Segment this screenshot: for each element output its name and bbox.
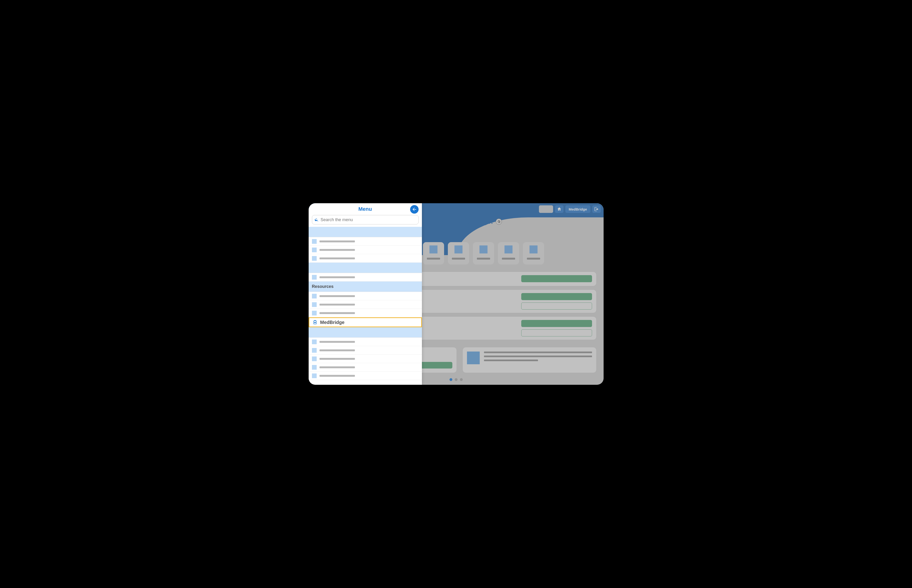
menu-item[interactable]: [309, 237, 422, 246]
menu-item-label-placeholder: [319, 367, 355, 368]
menu-search-wrap: [309, 215, 422, 227]
menu-section-divider: [309, 327, 422, 338]
menu-item-label-placeholder: [319, 341, 355, 343]
menu-item-label-placeholder: [319, 257, 355, 259]
menu-item-label-placeholder: [319, 304, 355, 305]
menu-item-icon: [312, 256, 317, 261]
menu-panel: Menu ResourcesMedBridge: [309, 203, 422, 385]
arrow-left-icon: [412, 207, 417, 212]
menu-header: Menu: [309, 203, 422, 215]
menu-item[interactable]: [309, 372, 422, 380]
menu-section-divider: [309, 263, 422, 273]
menu-item-icon: [312, 302, 317, 307]
menu-item[interactable]: [309, 254, 422, 263]
menu-item[interactable]: [309, 346, 422, 355]
menu-item-icon: [312, 311, 317, 315]
menu-item-medbridge[interactable]: MedBridge: [309, 317, 422, 327]
menu-item-icon: [312, 348, 317, 353]
menu-item[interactable]: [309, 292, 422, 300]
menu-item-icon: [312, 275, 317, 279]
menu-item-label-placeholder: [319, 375, 355, 377]
menu-item-label-placeholder: [319, 358, 355, 360]
menu-item-icon: [312, 365, 317, 370]
menu-item-icon: [312, 239, 317, 244]
menu-item[interactable]: [309, 363, 422, 372]
menu-section-divider: [309, 227, 422, 237]
menu-scroll[interactable]: ResourcesMedBridge: [309, 227, 422, 385]
menu-search-input[interactable]: [321, 217, 416, 222]
menu-item-label-placeholder: [319, 295, 355, 297]
clipboard-heart-icon: [313, 320, 317, 325]
menu-item-label-placeholder: [319, 349, 355, 351]
menu-search-field[interactable]: [312, 215, 419, 225]
menu-item-label-placeholder: [319, 249, 355, 251]
menu-item-icon: [312, 294, 317, 299]
menu-item-label: MedBridge: [320, 320, 345, 325]
menu-item[interactable]: [309, 309, 422, 317]
menu-back-button[interactable]: [410, 205, 419, 213]
menu-item-icon: [312, 373, 317, 378]
menu-item[interactable]: [309, 355, 422, 363]
menu-item[interactable]: [309, 300, 422, 309]
menu-item-icon: [312, 357, 317, 361]
menu-section-header: Resources: [309, 281, 422, 292]
menu-item[interactable]: [309, 246, 422, 254]
menu-item-label-placeholder: [319, 241, 355, 242]
menu-item-label-placeholder: [319, 312, 355, 314]
menu-title: Menu: [358, 206, 372, 212]
menu-item[interactable]: [309, 273, 422, 281]
menu-item[interactable]: [309, 338, 422, 346]
menu-item-label-placeholder: [319, 276, 355, 278]
app-window: MedBridge Welcome, MedBridge!: [309, 203, 604, 385]
menu-item-icon: [312, 247, 317, 252]
menu-item-icon: [312, 339, 317, 344]
search-icon: [314, 218, 319, 222]
